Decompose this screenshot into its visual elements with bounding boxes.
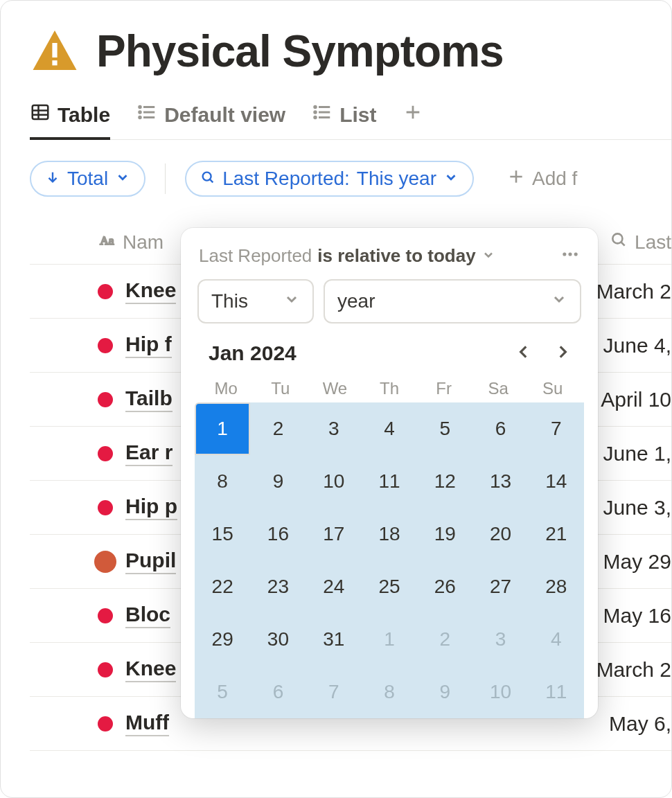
calendar-day[interactable]: 15 [195, 508, 250, 560]
plus-icon [507, 168, 525, 190]
page-header: Physical Symptoms [30, 26, 671, 77]
calendar-day[interactable]: 2 [417, 613, 472, 666]
svg-point-9 [139, 106, 141, 108]
calendar-day[interactable]: 8 [362, 666, 417, 718]
calendar-day[interactable]: 1 [195, 402, 250, 455]
row-date: May 16 [603, 604, 671, 628]
sort-pill[interactable]: Total [30, 161, 145, 197]
row-date: June 3, [603, 496, 671, 520]
more-options-button[interactable] [560, 245, 580, 267]
calendar-day[interactable]: 29 [195, 613, 250, 666]
calendar-day[interactable]: 6 [250, 666, 306, 718]
calendar-day[interactable]: 18 [362, 508, 417, 560]
calendar-day[interactable]: 31 [306, 613, 362, 666]
popover-field: Last Reported [199, 245, 312, 267]
calendar-day[interactable]: 5 [195, 666, 250, 718]
status-dot-icon [98, 338, 113, 353]
row-name[interactable]: Muff [125, 711, 169, 736]
calendar-day[interactable]: 11 [529, 666, 584, 718]
calendar-day[interactable]: 27 [472, 560, 528, 613]
relative-unit-select[interactable]: year [324, 279, 581, 323]
svg-point-30 [574, 252, 578, 256]
row-name[interactable]: Hip p [125, 495, 177, 520]
row-name[interactable]: Pupil [125, 549, 176, 574]
column-header-last[interactable]: Last [610, 231, 671, 254]
calendar-day[interactable]: 4 [529, 613, 584, 666]
add-filter-label: Add f [532, 168, 577, 190]
status-dot-icon [98, 446, 113, 461]
search-icon [610, 231, 628, 254]
calendar-day[interactable]: 3 [472, 613, 528, 666]
tab-label: Default view [164, 103, 285, 127]
popover-title[interactable]: Last Reported is relative to today [199, 245, 495, 267]
weekday-label: Fr [416, 379, 471, 398]
chevron-down-icon [481, 245, 495, 267]
row-name[interactable]: Bloc [125, 603, 170, 628]
calendar-day[interactable]: 2 [250, 402, 306, 455]
filter-prefix: Last Reported: [222, 168, 350, 190]
row-name[interactable]: Ear r [125, 441, 173, 466]
row-date: June 4, [603, 334, 671, 357]
calendar-day[interactable]: 10 [472, 666, 528, 718]
weekday-label: Su [525, 379, 580, 398]
calendar-day[interactable]: 3 [306, 402, 362, 455]
filter-value: This year [357, 168, 436, 190]
row-date: May 29 [603, 550, 671, 574]
row-name[interactable]: Tailb [125, 387, 173, 412]
calendar-day[interactable]: 22 [195, 560, 250, 613]
svg-point-21 [203, 172, 211, 181]
calendar-day[interactable]: 14 [529, 455, 584, 508]
calendar-day[interactable]: 17 [306, 508, 362, 560]
relative-qualifier-select[interactable]: This [197, 279, 314, 323]
calendar-day[interactable]: 26 [417, 560, 472, 613]
calendar-day[interactable]: 16 [250, 508, 306, 560]
add-filter-button[interactable]: Add f [507, 168, 577, 190]
weekday-label: Mo [199, 379, 254, 398]
calendar-day[interactable]: 28 [529, 560, 584, 613]
svg-point-28 [563, 252, 566, 256]
chevron-down-icon [115, 168, 130, 190]
weekday-label: Th [362, 379, 417, 398]
calendar-day[interactable]: 5 [417, 402, 472, 455]
svg-rect-2 [33, 105, 48, 119]
row-name[interactable]: Knee [125, 278, 176, 304]
calendar-prev-button[interactable] [515, 343, 533, 364]
filter-pill[interactable]: Last Reported: This year [185, 161, 474, 197]
calendar-day[interactable]: 12 [417, 455, 472, 508]
calendar-day[interactable]: 9 [250, 455, 306, 508]
svg-rect-0 [52, 43, 57, 57]
svg-rect-1 [52, 60, 57, 65]
calendar-day[interactable]: 11 [362, 455, 417, 508]
calendar-day[interactable]: 1 [362, 613, 417, 666]
add-view-button[interactable] [403, 103, 423, 139]
calendar-day[interactable]: 10 [306, 455, 362, 508]
svg-line-27 [621, 242, 625, 245]
search-icon [200, 168, 215, 190]
calendar-day[interactable]: 9 [417, 666, 472, 718]
calendar-day[interactable]: 19 [417, 508, 472, 560]
calendar-day[interactable]: 24 [306, 560, 362, 613]
calendar-day[interactable]: 25 [362, 560, 417, 613]
calendar-day[interactable]: 4 [362, 402, 417, 455]
calendar-day[interactable]: 7 [529, 402, 584, 455]
calendar-day[interactable]: 30 [250, 613, 306, 666]
row-name[interactable]: Hip f [125, 332, 172, 358]
calendar-day[interactable]: 21 [529, 508, 584, 560]
row-name[interactable]: Knee [125, 657, 176, 682]
tab-list[interactable]: List [312, 102, 376, 140]
calendar-day[interactable]: 23 [250, 560, 306, 613]
calendar-day[interactable]: 7 [306, 666, 362, 718]
tab-table[interactable]: Table [30, 102, 110, 140]
plus-icon [403, 103, 423, 127]
tab-default-view[interactable]: Default view [136, 102, 285, 140]
row-date: April 10 [601, 388, 671, 411]
filter-bar: Total Last Reported: This year Add f [30, 161, 671, 197]
calendar-day[interactable]: 8 [195, 455, 250, 508]
tab-label: Table [58, 103, 110, 127]
calendar-day[interactable]: 6 [472, 402, 528, 455]
view-tabs: Table Default view List [30, 102, 671, 140]
status-dot-icon [94, 551, 116, 573]
calendar-day[interactable]: 20 [472, 508, 528, 560]
calendar-day[interactable]: 13 [472, 455, 528, 508]
calendar-next-button[interactable] [554, 343, 572, 364]
